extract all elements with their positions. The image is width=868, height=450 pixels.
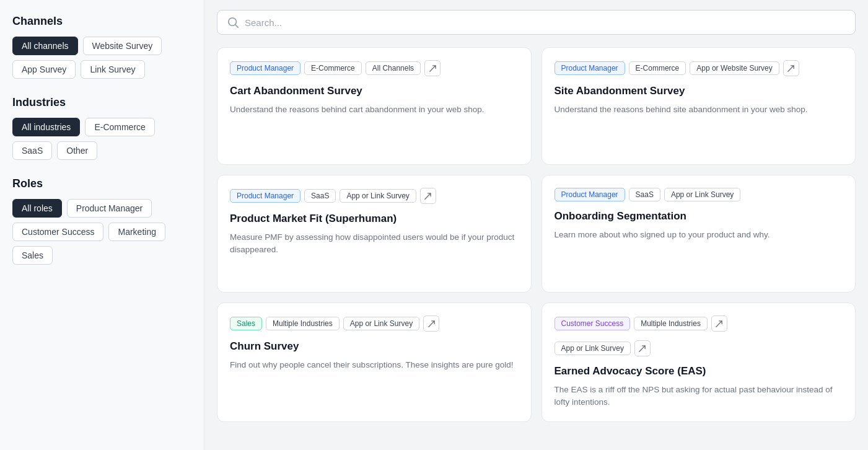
card-desc-churn-survey: Find out why people cancel their subscri… [230, 359, 519, 371]
card-title-onboarding-segmentation: Onboarding Segmentation [555, 210, 843, 223]
tag-e-commerce: E-Commerce [304, 61, 362, 75]
main-content: Product ManagerE-CommerceAll Channels Ca… [204, 0, 868, 450]
channel-filter-link-survey[interactable]: Link Survey [81, 60, 144, 79]
industry-filter-all-industries[interactable]: All industries [12, 118, 80, 136]
channels-filters: All channelsWebsite SurveyApp SurveyLink… [12, 37, 191, 79]
card-title-site-abandonment: Site Abandonment Survey [555, 85, 843, 97]
svg-line-1 [235, 25, 238, 27]
card-desc-cart-abandonment: Understand the reasons behind cart aband… [230, 104, 519, 116]
card-cart-abandonment: Product ManagerE-CommerceAll Channels Ca… [217, 47, 532, 165]
roles-title: Roles [12, 177, 191, 190]
card-tags-earned-advocacy: Customer SuccessMultiple Industries [555, 315, 843, 332]
tag-multiple-industries: Multiple Industries [266, 317, 340, 330]
industries-section: Industries All industriesE-CommerceSaaSO… [12, 96, 191, 160]
role-filter-product-manager[interactable]: Product Manager [67, 199, 152, 218]
tag-app-or-link-survey: App or Link Survey [343, 317, 419, 330]
industry-filter-saas[interactable]: SaaS [12, 141, 52, 160]
card-title-cart-abandonment: Cart Abandonment Survey [230, 85, 519, 97]
role-tag-churn-survey: Sales [230, 317, 262, 330]
roles-filters: All rolesProduct ManagerCustomer Success… [12, 199, 191, 265]
card-tags2-earned-advocacy: App or Link Survey [555, 340, 843, 356]
search-bar [217, 10, 856, 35]
card-earned-advocacy: Customer SuccessMultiple Industries App … [541, 302, 856, 422]
channel-filter-all-channels[interactable]: All channels [12, 37, 78, 55]
card-churn-survey: SalesMultiple IndustriesApp or Link Surv… [217, 302, 532, 422]
role-filter-marketing[interactable]: Marketing [108, 223, 165, 241]
card-tags-product-market-fit: Product ManagerSaaSApp or Link Survey [230, 188, 519, 204]
tag-app-or-link-survey: App or Link Survey [340, 189, 416, 203]
card-product-market-fit: Product ManagerSaaSApp or Link Survey Pr… [217, 175, 532, 293]
card-tags-cart-abandonment: Product ManagerE-CommerceAll Channels [230, 60, 519, 76]
search-icon [227, 17, 239, 28]
channel-filter-website-survey[interactable]: Website Survey [83, 37, 162, 55]
card-onboarding-segmentation: Product ManagerSaaSApp or Link SurveyOnb… [541, 175, 856, 293]
card-title-earned-advocacy: Earned Advocacy Score (EAS) [555, 365, 843, 377]
card-desc-product-market-fit: Measure PMF by assessing how disappointe… [230, 231, 519, 257]
role-tag-cart-abandonment: Product Manager [230, 61, 300, 75]
expand-icon-churn-survey[interactable] [423, 315, 439, 332]
industry-filter-e-commerce[interactable]: E-Commerce [85, 118, 154, 136]
card-desc-earned-advocacy: The EAS is a riff off the NPS but asking… [555, 384, 843, 409]
card-tags-site-abandonment: Product ManagerE-CommerceApp or Website … [555, 60, 843, 76]
search-input[interactable] [245, 17, 845, 28]
industries-filters: All industriesE-CommerceSaaSOther [12, 118, 191, 160]
tag-multiple-industries: Multiple Industries [634, 317, 708, 330]
card-title-product-market-fit: Product Market Fit (Superhuman) [230, 213, 519, 225]
role-tag-earned-advocacy: Customer Success [555, 317, 631, 330]
card-site-abandonment: Product ManagerE-CommerceApp or Website … [541, 47, 856, 165]
tag-saas: SaaS [629, 188, 660, 201]
tag-saas: SaaS [304, 189, 336, 203]
channel-filter-app-survey[interactable]: App Survey [12, 60, 76, 79]
role-tag-site-abandonment: Product Manager [555, 61, 625, 75]
channels-title: Channels [12, 15, 191, 28]
tag-app-or-website-survey: App or Website Survey [690, 61, 779, 75]
role-tag-product-market-fit: Product Manager [230, 189, 300, 203]
expand-icon-product-market-fit[interactable] [420, 188, 436, 204]
expand-icon-earned-advocacy[interactable] [711, 315, 727, 332]
channels-section: Channels All channelsWebsite SurveyApp S… [12, 15, 191, 79]
role-filter-sales[interactable]: Sales [12, 246, 53, 265]
card-tags-churn-survey: SalesMultiple IndustriesApp or Link Surv… [230, 315, 519, 332]
card-desc-onboarding-segmentation: Learn more about who signed up to your p… [555, 229, 843, 241]
tag-e-commerce: E-Commerce [629, 61, 686, 75]
industry-filter-other[interactable]: Other [57, 141, 97, 160]
role-filter-all-roles[interactable]: All roles [12, 199, 62, 218]
role-filter-customer-success[interactable]: Customer Success [12, 223, 103, 241]
expand-icon-cart-abandonment[interactable] [424, 60, 441, 76]
role-tag-onboarding-segmentation: Product Manager [555, 188, 625, 201]
sidebar: Channels All channelsWebsite SurveyApp S… [0, 0, 204, 450]
industries-title: Industries [12, 96, 191, 109]
expand-icon-site-abandonment[interactable] [783, 60, 799, 76]
tag-app-or-link-survey: App or Link Survey [664, 188, 740, 201]
card-desc-site-abandonment: Understand the reasons behind site aband… [555, 104, 843, 116]
card-title-churn-survey: Churn Survey [230, 340, 519, 353]
card-tags-onboarding-segmentation: Product ManagerSaaSApp or Link Survey [555, 188, 843, 201]
tag2-app-or-link-survey: App or Link Survey [555, 342, 631, 355]
roles-section: Roles All rolesProduct ManagerCustomer S… [12, 177, 191, 265]
cards-grid: Product ManagerE-CommerceAll Channels Ca… [217, 47, 856, 422]
tag-all-channels: All Channels [366, 61, 421, 75]
expand-icon2-earned-advocacy[interactable] [634, 340, 651, 356]
